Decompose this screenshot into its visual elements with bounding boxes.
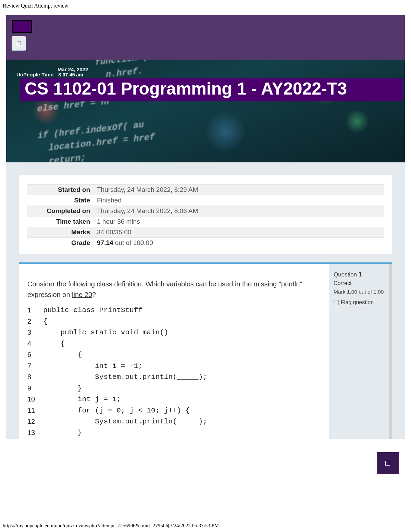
code-lineno: 10 bbox=[27, 394, 43, 405]
question-number: Question 1 bbox=[334, 270, 386, 278]
question-prompt-tail: ? bbox=[92, 291, 96, 298]
summary-value: Finished bbox=[94, 195, 384, 206]
top-header bbox=[6, 15, 405, 60]
summary-value: 1 hour 36 mins bbox=[94, 216, 384, 227]
course-hero-banner: function ( n.href. if (hre else href = h… bbox=[6, 60, 405, 162]
code-text: { bbox=[43, 349, 82, 361]
summary-row: Completed onThursday, 24 March 2022, 8:0… bbox=[27, 206, 384, 216]
summary-value: 97.14 out of 100.00 bbox=[94, 238, 384, 248]
code-line: 13 } bbox=[27, 428, 321, 439]
code-lineno: 4 bbox=[27, 338, 43, 350]
square-icon bbox=[385, 461, 390, 466]
code-line: 9 } bbox=[27, 383, 321, 394]
summary-label: Marks bbox=[27, 227, 94, 238]
code-lineno: 1 bbox=[27, 305, 43, 316]
summary-label: State bbox=[27, 195, 94, 206]
code-lineno: 12 bbox=[27, 416, 43, 428]
question-mark: Mark 1.00 out of 1.00 bbox=[334, 288, 386, 295]
code-text: } bbox=[43, 428, 82, 439]
code-text: System.out.println(_____); bbox=[43, 372, 207, 383]
question-prompt-link[interactable]: line 20 bbox=[72, 291, 92, 298]
flag-question-label: Flag question bbox=[341, 299, 374, 306]
code-line: 2{ bbox=[27, 316, 321, 327]
footer-url: https://my.uopeople.edu/mod/quiz/review.… bbox=[3, 523, 221, 529]
code-line: 4 { bbox=[27, 338, 321, 350]
code-line: 6 { bbox=[27, 349, 321, 361]
attempt-summary-table: Started onThursday, 24 March 2022, 6:29 … bbox=[27, 184, 384, 248]
code-line: 7 int i = -1; bbox=[27, 361, 321, 372]
code-text: public static void main() bbox=[43, 327, 168, 338]
summary-row: Grade97.14 out of 100.00 bbox=[27, 238, 384, 248]
summary-value: Thursday, 24 March 2022, 6:29 AM bbox=[94, 185, 384, 195]
uopeople-time-label: UoPeople Time bbox=[16, 72, 53, 77]
summary-value: Thursday, 24 March 2022, 8:06 AM bbox=[94, 206, 384, 216]
question-prompt-text: Consider the following class definition.… bbox=[27, 280, 302, 298]
code-text: for (j = 0; j < 10; j++) { bbox=[43, 405, 190, 417]
code-listing: 1public class PrintStuff2{3 public stati… bbox=[27, 305, 321, 439]
hero-time: 8:07:45 am bbox=[58, 72, 83, 77]
code-line: 1public class PrintStuff bbox=[27, 305, 321, 316]
summary-row: Marks34.00/35.00 bbox=[27, 227, 384, 238]
summary-row: Started onThursday, 24 March 2022, 6:29 … bbox=[27, 185, 384, 195]
code-text: int j = 1; bbox=[43, 394, 121, 405]
code-line: 10 int j = 1; bbox=[27, 394, 321, 405]
code-lineno: 11 bbox=[27, 405, 43, 417]
question-block: Consider the following class definition.… bbox=[19, 262, 392, 439]
summary-row: Time taken1 hour 36 mins bbox=[27, 216, 384, 227]
flag-icon bbox=[334, 300, 339, 305]
nav-toggle-button[interactable] bbox=[12, 36, 26, 50]
question-state: Correct bbox=[334, 280, 386, 286]
hero-meta: Mar 24, 2022 UoPeople Time 8:07:45 am bbox=[16, 66, 88, 77]
code-text: public class PrintStuff bbox=[43, 305, 142, 316]
course-title: CS 1102-01 Programming 1 - AY2022-T3 bbox=[25, 79, 398, 99]
code-line: 12 System.out.println(_____); bbox=[27, 416, 321, 428]
code-lineno: 7 bbox=[27, 361, 43, 372]
menu-icon bbox=[17, 41, 21, 45]
attempt-summary-card: Started onThursday, 24 March 2022, 6:29 … bbox=[19, 175, 392, 254]
code-text: { bbox=[43, 316, 48, 327]
question-prompt: Consider the following class definition.… bbox=[27, 279, 321, 300]
summary-row: StateFinished bbox=[27, 195, 384, 206]
code-lineno: 9 bbox=[27, 383, 43, 394]
summary-value: 34.00/35.00 bbox=[94, 227, 384, 238]
summary-label: Time taken bbox=[27, 216, 94, 227]
code-text: int i = -1; bbox=[43, 361, 142, 372]
flag-question-link[interactable]: Flag question bbox=[334, 299, 386, 306]
code-lineno: 3 bbox=[27, 327, 43, 338]
scroll-helper-button[interactable] bbox=[377, 452, 399, 474]
summary-label: Started on bbox=[27, 185, 94, 195]
content-area: Started onThursday, 24 March 2022, 6:29 … bbox=[6, 162, 405, 439]
page-container: function ( n.href. if (hre else href = h… bbox=[6, 15, 405, 439]
code-lineno: 8 bbox=[27, 372, 43, 383]
document-title: Review Quiz: Attempt review bbox=[0, 0, 411, 9]
summary-label: Completed on bbox=[27, 206, 94, 216]
site-logo[interactable] bbox=[12, 20, 32, 33]
code-lineno: 2 bbox=[27, 316, 43, 327]
code-text: } bbox=[43, 383, 82, 394]
code-text: System.out.println(_____); bbox=[43, 416, 207, 428]
course-title-banner: CS 1102-01 Programming 1 - AY2022-T3 bbox=[20, 78, 403, 101]
question-info-panel: Question 1 Correct Mark 1.00 out of 1.00… bbox=[329, 264, 392, 439]
code-line: 11 for (j = 0; j < 10; j++) { bbox=[27, 405, 321, 417]
summary-label: Grade bbox=[27, 238, 94, 248]
code-line: 3 public static void main() bbox=[27, 327, 321, 338]
code-line: 8 System.out.println(_____); bbox=[27, 372, 321, 383]
question-content: Consider the following class definition.… bbox=[19, 264, 329, 439]
code-text: { bbox=[43, 338, 65, 350]
code-lineno: 6 bbox=[27, 349, 43, 361]
code-lineno: 13 bbox=[27, 428, 43, 439]
